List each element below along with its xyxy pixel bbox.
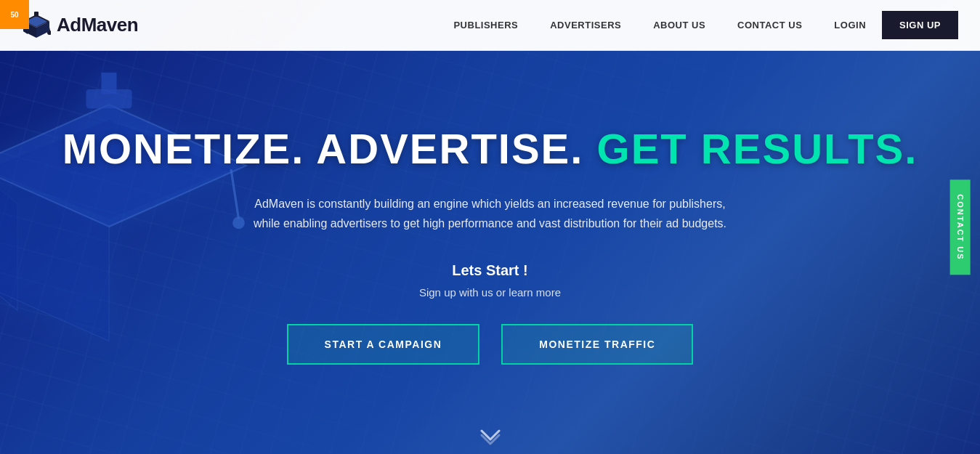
navbar: AdMaven PUBLISHERS ADVERTISERS ABOUT US … bbox=[0, 0, 980, 51]
signup-subtext: Sign up with us or learn more bbox=[419, 286, 561, 299]
signup-button[interactable]: SIGN UP bbox=[882, 11, 958, 39]
hero-content: MONETIZE. ADVERTISE. GET RESULTS. AdMave… bbox=[0, 51, 980, 454]
corner-badge: 50 bbox=[0, 0, 29, 29]
logo[interactable]: AdMaven bbox=[22, 11, 138, 40]
hero-section: 50 bbox=[0, 0, 980, 454]
nav-contact[interactable]: CONTACT US bbox=[721, 20, 818, 31]
headline: MONETIZE. ADVERTISE. GET RESULTS. bbox=[62, 126, 918, 172]
cta-buttons: START A CAMPAIGN MONETIZE TRAFFIC bbox=[287, 324, 694, 365]
login-button[interactable]: LOGIN bbox=[818, 20, 882, 31]
nav-about[interactable]: ABOUT US bbox=[637, 20, 721, 31]
nav-advertisers[interactable]: ADVERTISERS bbox=[534, 20, 637, 31]
nav-publishers[interactable]: PUBLISHERS bbox=[437, 20, 534, 31]
logo-text: AdMaven bbox=[57, 14, 138, 36]
hero-description: AdMaven is constantly building an engine… bbox=[243, 194, 737, 233]
start-campaign-button[interactable]: START A CAMPAIGN bbox=[287, 324, 480, 365]
monetize-traffic-button[interactable]: MONETIZE TRAFFIC bbox=[501, 324, 693, 365]
contact-side-tab[interactable]: CONTACT US bbox=[949, 179, 970, 275]
scroll-indicator bbox=[479, 425, 501, 447]
headline-part2: GET RESULTS. bbox=[597, 125, 918, 172]
svg-rect-10 bbox=[34, 12, 39, 17]
headline-part1: MONETIZE. ADVERTISE. bbox=[62, 125, 597, 172]
lets-start-heading: Lets Start ! bbox=[452, 262, 527, 279]
chevron-down-icon bbox=[479, 425, 501, 447]
nav-links: PUBLISHERS ADVERTISERS ABOUT US CONTACT … bbox=[437, 11, 958, 39]
